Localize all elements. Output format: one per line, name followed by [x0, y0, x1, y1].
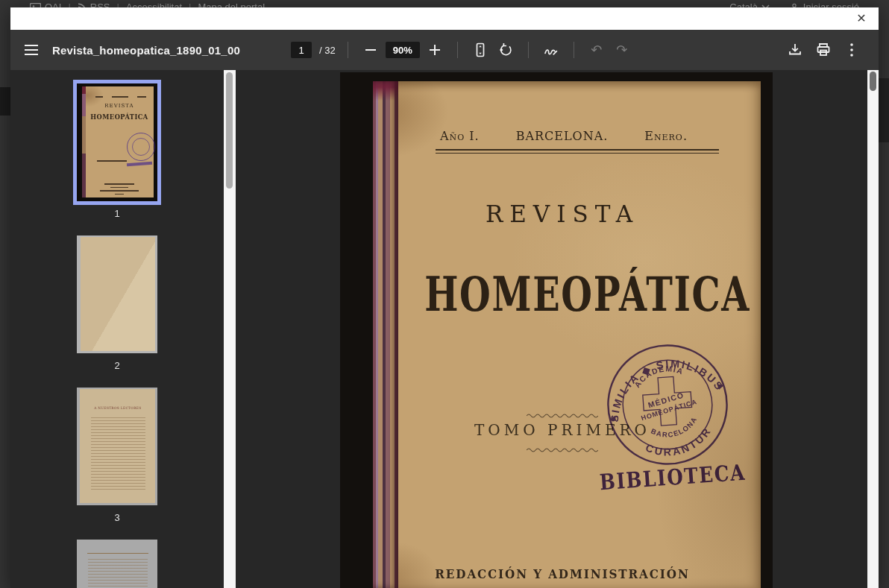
thumb-title: REVISTA: [85, 103, 154, 109]
thumb-blank-paper: [81, 237, 155, 351]
redaction-label: REDACCIÓN Y ADMINISTRACIÓN: [406, 567, 718, 581]
thumb-heading: A NUESTROS LECTORES: [94, 407, 141, 411]
thumb-title: HOMEOPÁTICA: [88, 113, 151, 121]
sidebar-scrollbar[interactable]: [224, 70, 236, 588]
document-viewer-modal: ✕ Revista_homeopatica_1890_01_00 / 32 90…: [10, 7, 879, 588]
magazine-title-line1: REVISTA: [398, 200, 726, 227]
thumbnail-label: 3: [114, 512, 119, 523]
library-stamp: SIMILIA ◆ SIMILIBUS CURANTUR ACADEMIA MÉ…: [600, 338, 735, 472]
page-scrollbar-thumb[interactable]: [870, 72, 876, 91]
thumb-library-stamp: [127, 162, 152, 166]
document-title: Revista_homeopatica_1890_01_00: [52, 44, 240, 57]
magazine-title-line2: HOMEOPÁTICA: [424, 267, 700, 322]
thumb-text-line: [112, 96, 128, 98]
double-rule: [436, 149, 719, 154]
scanned-page: Año I. BARCELONA. Enero. REVISTA HOMEOPÁ…: [340, 72, 773, 588]
wavy-rule: [527, 448, 598, 452]
thumb-body-text: [88, 559, 148, 588]
annotate-pen-icon[interactable]: [541, 39, 562, 60]
thumb-stamp: [127, 133, 155, 161]
divider: [457, 42, 458, 58]
thumb-text-line: [137, 96, 146, 98]
undo-icon[interactable]: ↶: [586, 39, 607, 60]
close-icon[interactable]: ✕: [852, 9, 871, 28]
thumb-body-text: [91, 417, 145, 491]
page-view: Año I. BARCELONA. Enero. REVISTA HOMEOPÁ…: [236, 70, 879, 588]
thumbnail-sidebar: REVISTA HOMEOPÁTICA 1: [10, 70, 224, 588]
thumb-header-rule: [87, 553, 148, 554]
thumb-text-line: [110, 187, 128, 188]
book-binding: [373, 81, 398, 588]
viewer-content: REVISTA HOMEOPÁTICA 1: [10, 70, 879, 588]
zoom-out-button[interactable]: [360, 39, 381, 60]
thumb-binding: [82, 86, 86, 197]
divider: [348, 42, 348, 58]
thumbnail-page-4[interactable]: 4: [77, 540, 157, 588]
redo-icon[interactable]: ↷: [612, 39, 632, 60]
pdf-toolbar: Revista_homeopatica_1890_01_00 / 32 90%: [10, 30, 879, 70]
wavy-rule: [527, 414, 598, 418]
zoom-in-button[interactable]: [424, 39, 445, 60]
menu-icon[interactable]: [10, 30, 52, 70]
zoom-level[interactable]: 90%: [386, 42, 420, 58]
more-options-icon[interactable]: [841, 39, 862, 60]
modal-header: ✕: [10, 7, 879, 30]
month-label: Enero.: [644, 129, 688, 143]
thumb-text-line: [95, 96, 103, 98]
thumb-text-line: [115, 194, 124, 195]
thumb-text-line: [104, 183, 134, 185]
thumbnail-page-3[interactable]: A NUESTROS LECTORES 3: [77, 388, 157, 523]
thumb-text-line: [100, 190, 139, 192]
thumb-text-paper: A NUESTROS LECTORES: [80, 389, 155, 503]
page-scrollbar[interactable]: [867, 70, 879, 588]
divider: [528, 42, 529, 58]
city-label: BARCELONA.: [516, 129, 609, 143]
rotate-icon[interactable]: [495, 39, 516, 60]
download-icon[interactable]: [785, 39, 805, 60]
print-icon[interactable]: [813, 39, 834, 60]
year-label: Año I.: [440, 129, 480, 143]
cover-paper: Año I. BARCELONA. Enero. REVISTA HOMEOPÁ…: [373, 81, 761, 588]
background-element: [0, 87, 10, 116]
thumbnail-label: 2: [114, 360, 119, 371]
page-count: / 32: [319, 45, 336, 56]
thumbnail-label: 1: [114, 208, 119, 219]
background-element: [879, 78, 889, 142]
fit-page-icon[interactable]: [470, 39, 491, 60]
page-number-input[interactable]: [291, 42, 312, 58]
thumb-cover-paper: REVISTA HOMEOPÁTICA: [85, 86, 154, 197]
thumbnail-page-1[interactable]: REVISTA HOMEOPÁTICA 1: [77, 83, 157, 219]
thumbnail-page-2[interactable]: 2: [77, 235, 157, 371]
divider: [574, 42, 574, 58]
thumb-text-line: [97, 160, 127, 162]
sidebar-scrollbar-thumb[interactable]: [226, 72, 233, 189]
